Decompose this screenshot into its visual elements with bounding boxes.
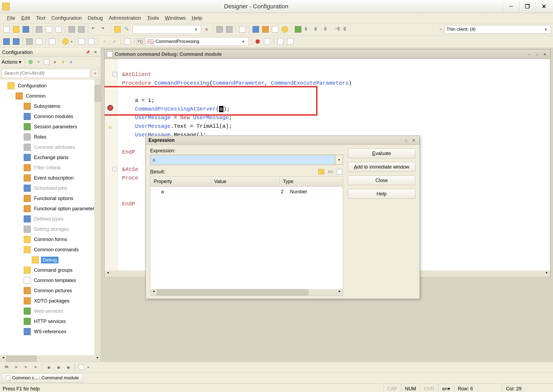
copy-item-button[interactable] bbox=[43, 59, 50, 66]
client-combo[interactable]: Thin client: (4)▾ bbox=[445, 25, 551, 34]
step-out-button[interactable]: {} bbox=[323, 25, 331, 34]
tree-item[interactable]: Roles bbox=[0, 132, 101, 142]
delete-item-button[interactable]: ✕ bbox=[51, 59, 58, 66]
tree-item[interactable]: HTTP services bbox=[0, 316, 101, 326]
run-button[interactable] bbox=[61, 37, 70, 46]
step-into-button[interactable]: {} bbox=[303, 25, 312, 34]
add-item-button[interactable]: ⊕ bbox=[27, 59, 34, 66]
menu-help[interactable]: Help bbox=[189, 14, 204, 22]
open-result-button[interactable] bbox=[318, 168, 325, 175]
expr-max-button[interactable]: □ bbox=[403, 137, 409, 143]
tree-vertical-scrollbar[interactable] bbox=[94, 80, 101, 355]
move-down-button[interactable]: ⬇ bbox=[67, 59, 74, 66]
struct-button[interactable] bbox=[35, 37, 43, 46]
info-button[interactable] bbox=[281, 25, 289, 34]
config-tree[interactable]: Configuration−CommonSubsystemsCommon mod… bbox=[0, 79, 101, 355]
col-value[interactable]: Value bbox=[211, 177, 280, 187]
fold-icon[interactable]: − bbox=[113, 72, 117, 76]
copy-button[interactable] bbox=[44, 25, 53, 34]
bookmark-button[interactable] bbox=[123, 37, 132, 46]
move-up-button[interactable]: ⬆ bbox=[59, 59, 66, 66]
col-type[interactable]: Type bbox=[280, 177, 343, 187]
tree-toggle-icon[interactable]: − bbox=[10, 94, 16, 98]
open-button[interactable] bbox=[12, 25, 20, 34]
step-over-button[interactable]: {} bbox=[313, 25, 322, 34]
maximize-button[interactable]: ❐ bbox=[519, 2, 535, 11]
comment-button[interactable]: // bbox=[100, 37, 109, 46]
redo-button[interactable]: ↷ bbox=[100, 25, 109, 34]
flag-button[interactable]: 🏁 bbox=[2, 363, 11, 372]
form-button[interactable] bbox=[12, 37, 20, 46]
disable-bp-button[interactable] bbox=[286, 37, 295, 46]
code-min-button[interactable]: ─ bbox=[526, 51, 533, 57]
menu-file[interactable]: File bbox=[5, 14, 18, 22]
menu-tools[interactable]: Tools bbox=[145, 14, 161, 22]
tab-command-module[interactable]: Common c…: Command module bbox=[2, 373, 83, 383]
tree-item[interactable]: Scheduled jobs bbox=[0, 183, 101, 193]
tree-item[interactable]: Common forms bbox=[0, 234, 101, 245]
result-grid[interactable]: Property Value Type a2Number ◂ ▸ bbox=[150, 176, 343, 296]
tree-item[interactable]: XDTO packages bbox=[0, 296, 101, 306]
config-pin-button[interactable]: 📌 bbox=[85, 49, 91, 56]
outdent-button[interactable]: ≣ bbox=[54, 363, 63, 372]
remove-bp-button[interactable] bbox=[276, 37, 285, 46]
undo-button[interactable]: ↶ bbox=[90, 25, 99, 34]
procedure-combo[interactable]: P()CommandProcessing▾ bbox=[145, 37, 249, 46]
find-panel-button[interactable]: 🔍 bbox=[123, 25, 132, 34]
module-button[interactable] bbox=[2, 37, 11, 46]
code-max-button[interactable]: □ bbox=[534, 51, 540, 57]
refresh-button[interactable] bbox=[77, 363, 86, 372]
print-button[interactable] bbox=[67, 25, 76, 34]
uncomment-button[interactable]: ⁄⁄ bbox=[110, 37, 119, 46]
breakpoint-icon[interactable] bbox=[107, 105, 113, 111]
new-button[interactable] bbox=[2, 25, 11, 34]
menu-debug[interactable]: Debug bbox=[85, 14, 105, 22]
tree-item[interactable]: Session parameters bbox=[0, 122, 101, 132]
grid-row[interactable]: a2Number bbox=[150, 187, 343, 197]
find-combo[interactable]: ▾ bbox=[133, 25, 201, 34]
tree-item[interactable]: Configuration bbox=[0, 81, 101, 91]
edit-item-button[interactable]: ✎ bbox=[35, 59, 42, 66]
clear-bookmarks-button[interactable]: ⚑ bbox=[31, 363, 40, 372]
actions-label[interactable]: Actions ▾ bbox=[2, 59, 22, 65]
close-button[interactable]: ✕ bbox=[535, 2, 552, 11]
tree-item[interactable]: Setting storages bbox=[0, 224, 101, 234]
tree-item[interactable]: Common pictures bbox=[0, 286, 101, 296]
tree-item[interactable]: Debug bbox=[0, 255, 101, 265]
minimize-button[interactable]: ─ bbox=[503, 2, 519, 11]
tree-horizontal-scrollbar[interactable]: ◂ ▸ bbox=[0, 355, 101, 362]
menu-administration[interactable]: Administration bbox=[106, 14, 143, 22]
paste-button[interactable] bbox=[54, 25, 63, 34]
help-dialog-button[interactable]: Help bbox=[348, 189, 415, 199]
menu-edit[interactable]: Edit bbox=[19, 14, 32, 22]
config-search-clear-button[interactable]: ✕ bbox=[91, 69, 99, 77]
grid-horizontal-scrollbar[interactable]: ◂ ▸ bbox=[150, 289, 343, 295]
tree-item[interactable]: Event subscription bbox=[0, 173, 101, 183]
syntax-button[interactable] bbox=[87, 37, 96, 46]
debug-start-button[interactable] bbox=[294, 25, 302, 34]
breakpoint-list-button[interactable] bbox=[263, 37, 272, 46]
menu-configuration[interactable]: Configuration bbox=[49, 14, 84, 22]
nav-back-button[interactable] bbox=[215, 25, 224, 34]
tree-item[interactable]: Functional option parameters bbox=[0, 204, 101, 214]
code-gutter[interactable]: − ➪ − bbox=[105, 59, 118, 270]
tree-item[interactable]: Command groups bbox=[0, 265, 101, 275]
calendar-button[interactable] bbox=[271, 25, 279, 34]
tree-item[interactable]: Web-services bbox=[0, 306, 101, 316]
indent-button[interactable]: ≣ bbox=[44, 363, 53, 372]
user-button[interactable] bbox=[251, 25, 260, 34]
tree-toggle-icon[interactable]: − bbox=[18, 247, 24, 252]
copy-result-button[interactable] bbox=[336, 168, 343, 175]
tree-item[interactable]: −Common bbox=[0, 91, 101, 101]
clear-find-button[interactable]: ✕ bbox=[202, 25, 211, 34]
add-immediate-button[interactable]: Add to immediate window bbox=[348, 162, 415, 172]
tree-item[interactable]: Defined types bbox=[0, 214, 101, 224]
settings-button[interactable] bbox=[261, 25, 270, 34]
evaluate-button[interactable]: Evaluate bbox=[348, 149, 415, 158]
tree-item[interactable]: Exchange plans bbox=[0, 152, 101, 163]
nav-fwd-button[interactable] bbox=[225, 25, 234, 34]
continue-button[interactable]: {} bbox=[342, 25, 351, 34]
tree-item[interactable]: Common templates bbox=[0, 275, 101, 286]
status-lang[interactable]: en ▾ bbox=[438, 384, 454, 392]
cut-button[interactable] bbox=[35, 25, 43, 34]
